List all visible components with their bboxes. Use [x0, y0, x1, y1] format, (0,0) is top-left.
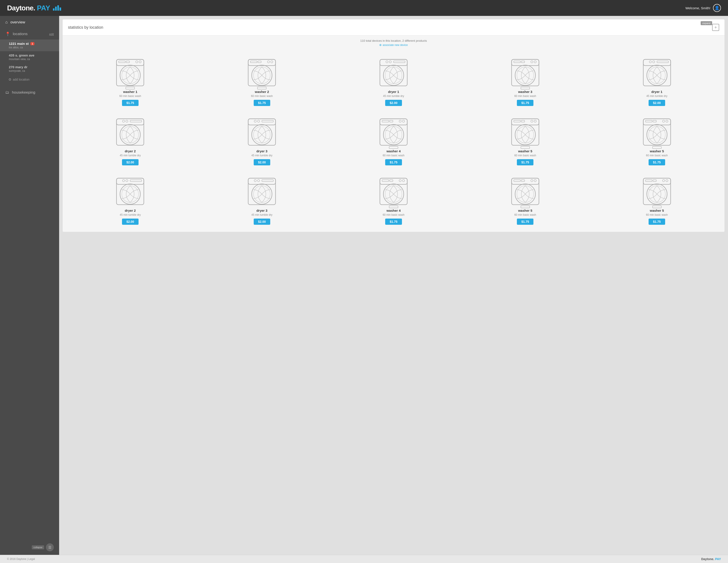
sidebar-item-overview[interactable]: ⌂ overview — [0, 16, 59, 28]
location-sub: los altos, ca — [9, 46, 54, 49]
footer-logo-pay: PAY — [715, 557, 721, 561]
svg-rect-8 — [126, 87, 135, 89]
device-price-button[interactable]: $2.00 — [254, 218, 270, 225]
device-card: washer 3 60 min basic wash $1.75 — [461, 54, 589, 109]
content-area: statistics by location expand + 110 tota… — [59, 16, 728, 555]
dryer-illustration — [115, 176, 146, 207]
associate-device-link[interactable]: associate new device — [379, 43, 408, 47]
user-avatar[interactable]: 👤 — [713, 4, 721, 12]
location-item-435-green[interactable]: 435 s. green ave mountain view, ca — [0, 51, 59, 63]
washer-illustration — [642, 117, 672, 147]
device-desc: 60 min basic wash — [383, 213, 405, 216]
svg-rect-65 — [512, 119, 539, 125]
svg-rect-115 — [643, 178, 671, 184]
svg-point-118 — [662, 179, 665, 182]
svg-rect-27 — [514, 61, 520, 63]
location-item-270-mary[interactable]: 270 mary dr sunnyvale, ca — [0, 63, 59, 75]
device-price-button[interactable]: $1.75 — [517, 159, 533, 165]
svg-rect-75 — [645, 120, 652, 122]
svg-point-21 — [389, 61, 391, 63]
svg-rect-56 — [380, 119, 407, 125]
svg-rect-106 — [512, 178, 539, 184]
header-user: Welcome, Smith! 👤 — [685, 4, 721, 12]
svg-rect-72 — [521, 146, 530, 148]
svg-rect-84 — [130, 180, 142, 181]
device-desc: 45 min tumble dry — [120, 213, 141, 216]
add-location-button[interactable]: add location — [0, 75, 59, 84]
svg-point-45 — [122, 120, 125, 122]
svg-point-5 — [139, 61, 141, 63]
svg-point-29 — [531, 61, 533, 63]
svg-point-119 — [666, 179, 668, 182]
device-price-button[interactable]: $1.75 — [649, 159, 665, 165]
device-desc: 60 min basic wash — [383, 154, 405, 157]
device-name: dryer 1 — [651, 90, 662, 94]
device-desc: 45 min tumble dry — [120, 154, 141, 157]
svg-point-60 — [402, 120, 405, 122]
device-name: washer 4 — [387, 209, 401, 212]
device-price-button[interactable]: $2.00 — [122, 218, 139, 225]
device-card: washer 4 60 min basic wash $1.75 — [330, 172, 458, 228]
device-card: washer 1 60 min basic wash $1.75 — [66, 54, 194, 109]
device-price-button[interactable]: $1.75 — [517, 100, 533, 106]
device-name: dryer 1 — [388, 90, 399, 94]
svg-rect-113 — [521, 206, 530, 208]
device-price-button[interactable]: $1.75 — [517, 218, 533, 225]
device-price-button[interactable]: $1.75 — [385, 159, 402, 165]
sidebar-bottom: collapse ☰ — [0, 540, 59, 555]
device-name: washer 3 — [518, 90, 532, 94]
svg-point-109 — [531, 179, 533, 182]
logo-daytone-text: Daytone. — [7, 4, 35, 12]
svg-rect-117 — [653, 180, 656, 181]
svg-point-77 — [662, 120, 665, 122]
total-devices-text: 110 total devices in this location, 2 di… — [66, 39, 721, 42]
app-footer: © 2016 Daytone | Legal Daytone. PAY — [0, 555, 728, 563]
svg-rect-50 — [262, 120, 273, 122]
sidebar-item-housekeeping[interactable]: 🗂 housekeeping — [0, 86, 59, 99]
svg-point-30 — [534, 61, 536, 63]
stats-info: 110 total devices in this location, 2 di… — [63, 36, 724, 50]
sidebar-toggle-button[interactable]: ☰ — [46, 543, 54, 551]
add-stats-button[interactable]: + — [712, 24, 719, 31]
stats-panel: statistics by location expand + 110 tota… — [63, 19, 724, 232]
svg-point-22 — [386, 61, 388, 63]
device-desc: 60 min basic wash — [514, 213, 536, 216]
footer-logo: Daytone. PAY — [701, 557, 721, 561]
device-name: washer 4 — [387, 149, 401, 153]
svg-rect-33 — [521, 87, 530, 89]
device-name: washer 5 — [650, 209, 664, 212]
device-price-button[interactable]: $2.00 — [385, 100, 402, 106]
svg-rect-57 — [382, 120, 389, 122]
footer-logo-daytone: Daytone. — [701, 557, 714, 561]
location-item-1221-main[interactable]: 1221 main st 1 los altos, ca — [0, 39, 59, 51]
svg-rect-66 — [514, 120, 520, 122]
logo-bars — [53, 5, 61, 11]
device-name: dryer 3 — [256, 149, 267, 153]
logo-bar-2 — [55, 7, 57, 11]
svg-rect-104 — [389, 206, 398, 208]
device-card: dryer 2 45 min tumble dry $2.00 — [66, 172, 194, 228]
expand-button[interactable]: expand — [701, 21, 712, 25]
svg-point-14 — [271, 61, 273, 63]
svg-rect-20 — [394, 61, 405, 63]
svg-point-86 — [122, 179, 125, 182]
app-header: Daytone. PAY Welcome, Smith! 👤 — [0, 0, 728, 16]
device-price-button[interactable]: $1.75 — [385, 218, 402, 225]
device-price-button[interactable]: $1.75 — [122, 100, 139, 106]
svg-rect-81 — [653, 146, 661, 148]
logo-bar-1 — [53, 8, 54, 11]
dryer-illustration — [115, 117, 146, 147]
device-name: dryer 2 — [125, 209, 136, 212]
device-price-button[interactable]: $1.75 — [649, 218, 665, 225]
device-desc: 45 min tumble dry — [383, 94, 404, 98]
device-price-button[interactable]: $2.00 — [122, 159, 139, 165]
device-grid: washer 1 60 min basic wash $1.75 washer … — [63, 50, 724, 232]
device-price-button[interactable]: $2.00 — [254, 159, 270, 165]
locations-edit-link[interactable]: edit — [49, 32, 54, 36]
location-name: 435 s. green ave — [9, 53, 54, 57]
sidebar: ⌂ overview 📍 locations edit 1221 main st… — [0, 16, 59, 555]
device-card: dryer 1 45 min tumble dry $2.00 — [330, 54, 458, 109]
device-price-button[interactable]: $1.75 — [254, 100, 270, 106]
device-price-button[interactable]: $2.00 — [649, 100, 665, 106]
device-desc: 60 min basic wash — [119, 94, 141, 98]
